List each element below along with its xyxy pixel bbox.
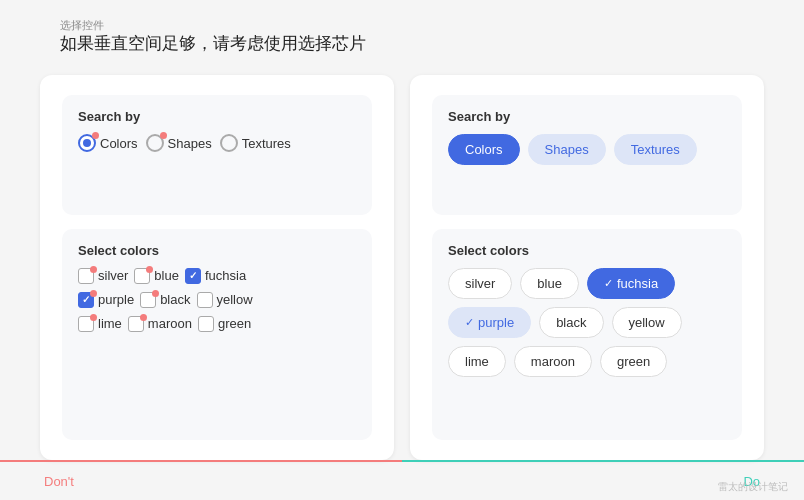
checkbox-fuchsia-label: fuchsia (205, 268, 246, 283)
checkbox-fuchsia-box[interactable] (185, 268, 201, 284)
chip-fuchsia-check: ✓ (604, 277, 613, 290)
do-search-chip-group: Colors Shapes Textures (448, 134, 726, 165)
do-search-section: Search by Colors Shapes Textures (432, 95, 742, 215)
chip-textures[interactable]: Textures (614, 134, 697, 165)
radio-colors-label: Colors (100, 136, 138, 151)
radio-textures-circle[interactable] (220, 134, 238, 152)
radio-textures-wrapper (220, 134, 238, 152)
red-dot-colors (92, 132, 99, 139)
dont-search-title: Search by (78, 109, 356, 124)
dont-checkbox-row-2: purple black (78, 292, 356, 308)
checkbox-green-label: green (218, 316, 251, 331)
chip-shapes[interactable]: Shapes (528, 134, 606, 165)
dont-checkbox-group: silver blue (78, 268, 356, 332)
chip-maroon[interactable]: maroon (514, 346, 592, 377)
chip-lime[interactable]: lime (448, 346, 506, 377)
chip-blue-label: blue (537, 276, 562, 291)
checkbox-item-maroon[interactable]: maroon (128, 316, 192, 332)
chip-fuchsia[interactable]: ✓ fuchsia (587, 268, 675, 299)
red-dot-silver (90, 266, 97, 273)
checkbox-purple-label: purple (98, 292, 134, 307)
bottom-bar: Don't Do (0, 460, 804, 500)
chip-lime-label: lime (465, 354, 489, 369)
radio-textures-label: Textures (242, 136, 291, 151)
dont-search-section: Search by Colors Sha (62, 95, 372, 215)
checkbox-item-lime[interactable]: lime (78, 316, 122, 332)
top-label: 选择控件 (60, 18, 104, 33)
chip-green[interactable]: green (600, 346, 667, 377)
checkbox-fuchsia-wrapper (185, 268, 201, 284)
checkbox-item-yellow[interactable]: yellow (197, 292, 253, 308)
checkbox-blue-wrapper (134, 268, 150, 284)
dont-checkbox-row-1: silver blue (78, 268, 356, 284)
radio-shapes-wrapper (146, 134, 164, 152)
checkbox-blue-label: blue (154, 268, 179, 283)
do-panel-inner: Search by Colors Shapes Textures Select … (432, 95, 742, 440)
chip-textures-label: Textures (631, 142, 680, 157)
chip-purple[interactable]: ✓ purple (448, 307, 531, 338)
dont-select-title: Select colors (78, 243, 356, 258)
chip-blue[interactable]: blue (520, 268, 579, 299)
do-select-title: Select colors (448, 243, 726, 258)
checkbox-black-wrapper (140, 292, 156, 308)
dont-panel: Search by Colors Sha (40, 75, 394, 460)
dont-label: Don't (44, 474, 74, 489)
checkbox-lime-label: lime (98, 316, 122, 331)
do-select-section: Select colors silver blue ✓ fuchsia ✓ pu… (432, 229, 742, 440)
chip-black-label: black (556, 315, 586, 330)
chip-yellow-label: yellow (629, 315, 665, 330)
checkbox-maroon-label: maroon (148, 316, 192, 331)
chip-colors-label: Colors (465, 142, 503, 157)
main-content: Search by Colors Sha (40, 75, 764, 460)
dont-checkbox-row-3: lime maroon (78, 316, 356, 332)
checkbox-black-label: black (160, 292, 190, 307)
checkbox-item-black[interactable]: black (140, 292, 190, 308)
radio-item-textures[interactable]: Textures (220, 134, 291, 152)
checkbox-lime-wrapper (78, 316, 94, 332)
red-dot-maroon (140, 314, 147, 321)
red-dot-black (152, 290, 159, 297)
chip-purple-check: ✓ (465, 316, 474, 329)
chip-purple-label: purple (478, 315, 514, 330)
red-dot-shapes (160, 132, 167, 139)
chip-maroon-label: maroon (531, 354, 575, 369)
red-dot-purple (90, 290, 97, 297)
chip-shapes-label: Shapes (545, 142, 589, 157)
watermark: 雷太的设计笔记 (718, 480, 788, 494)
checkbox-item-fuchsia[interactable]: fuchsia (185, 268, 246, 284)
checkbox-green-box[interactable] (198, 316, 214, 332)
dont-radio-group: Colors Shapes Textures (78, 134, 356, 152)
checkbox-item-purple[interactable]: purple (78, 292, 134, 308)
red-dot-lime (90, 314, 97, 321)
checkbox-item-green[interactable]: green (198, 316, 251, 332)
checkbox-yellow-box[interactable] (197, 292, 213, 308)
radio-shapes-label: Shapes (168, 136, 212, 151)
radio-item-colors[interactable]: Colors (78, 134, 138, 152)
checkbox-green-wrapper (198, 316, 214, 332)
checkbox-yellow-wrapper (197, 292, 213, 308)
do-select-chip-group: silver blue ✓ fuchsia ✓ purple black (448, 268, 726, 377)
chip-fuchsia-label: fuchsia (617, 276, 658, 291)
dont-bar: Don't (0, 460, 402, 500)
red-dot-blue (146, 266, 153, 273)
checkbox-item-silver[interactable]: silver (78, 268, 128, 284)
do-panel: Search by Colors Shapes Textures Select … (410, 75, 764, 460)
checkbox-purple-wrapper (78, 292, 94, 308)
checkbox-silver-wrapper (78, 268, 94, 284)
checkbox-item-blue[interactable]: blue (134, 268, 179, 284)
dont-select-section: Select colors silver (62, 229, 372, 440)
do-search-title: Search by (448, 109, 726, 124)
chip-colors[interactable]: Colors (448, 134, 520, 165)
chip-green-label: green (617, 354, 650, 369)
checkbox-maroon-wrapper (128, 316, 144, 332)
radio-item-shapes[interactable]: Shapes (146, 134, 212, 152)
chip-black[interactable]: black (539, 307, 603, 338)
chip-silver-label: silver (465, 276, 495, 291)
checkbox-yellow-label: yellow (217, 292, 253, 307)
radio-colors-wrapper (78, 134, 96, 152)
chip-silver[interactable]: silver (448, 268, 512, 299)
subtitle: 如果垂直空间足够，请考虑使用选择芯片 (60, 32, 366, 55)
checkbox-silver-label: silver (98, 268, 128, 283)
dont-panel-inner: Search by Colors Sha (62, 95, 372, 440)
chip-yellow[interactable]: yellow (612, 307, 682, 338)
